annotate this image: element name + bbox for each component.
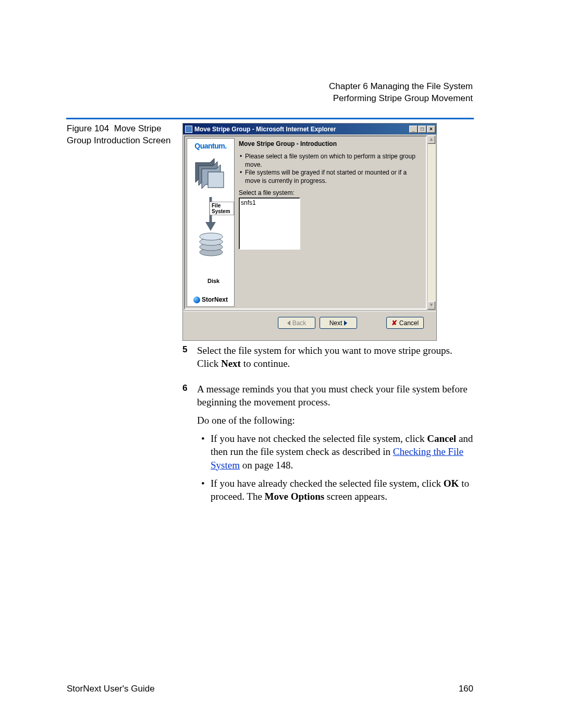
step-6-do: Do one of the following: — [197, 414, 474, 427]
stornext-globe-icon — [193, 297, 200, 303]
quantum-logo: Quantum. — [194, 142, 226, 150]
svg-rect-3 — [208, 172, 224, 188]
back-label: Back — [292, 319, 307, 327]
wizard-content: Quantum. — [184, 135, 427, 310]
svg-marker-5 — [205, 222, 216, 231]
back-button[interactable]: Back — [278, 317, 315, 329]
ie-app-icon — [185, 126, 192, 133]
step-6-option-cancel: If you have not checked the selected fil… — [201, 432, 474, 471]
filesystem-option[interactable]: snfs1 — [241, 199, 298, 206]
wizard-main-panel: Move Stripe Group - Introduction Please … — [237, 138, 424, 307]
svg-point-9 — [200, 233, 223, 240]
filesystem-label: File System — [210, 202, 234, 215]
wizard-sidebar: Quantum. — [187, 138, 235, 307]
ie-window: Move Stripe Group - Microsoft Internet E… — [182, 123, 437, 341]
next-arrow-icon — [344, 320, 347, 326]
step-5-number: 5 — [182, 344, 192, 375]
cancel-label: Cancel — [399, 319, 419, 327]
footer-guide-name: StorNext User's Guide — [67, 684, 155, 694]
body-text: 5 Select the file system for which you w… — [182, 344, 474, 515]
cancel-button[interactable]: ✘ Cancel — [386, 317, 424, 329]
footer-page-number: 160 — [459, 684, 473, 694]
minimize-button[interactable]: _ — [409, 126, 418, 133]
filesystem-listbox[interactable]: snfs1 — [239, 198, 300, 250]
wizard-heading: Move Stripe Group - Introduction — [239, 140, 421, 147]
wizard-button-bar: Back Next ✘ Cancel — [183, 311, 436, 340]
step-6-option-ok: If you have already checked the selected… — [201, 477, 474, 503]
window-titlebar: Move Stripe Group - Microsoft Internet E… — [183, 124, 436, 134]
page-header: Chapter 6 Managing the File System Perfo… — [329, 81, 473, 105]
chapter-line: Chapter 6 Managing the File System — [329, 81, 473, 93]
step-5-text: Select the file system for which you wan… — [197, 344, 474, 370]
step-6-intro: A message reminds you that you must chec… — [197, 382, 474, 409]
step-6-number: 6 — [182, 382, 192, 508]
scrollbar[interactable]: ▲ ▼ — [427, 135, 435, 310]
cancel-x-icon: ✘ — [391, 319, 397, 327]
scroll-up-icon[interactable]: ▲ — [427, 135, 435, 144]
figure-number: Figure 104 — [67, 124, 109, 133]
next-label: Next — [329, 319, 342, 327]
stornext-logo: StorNext — [193, 296, 228, 303]
scroll-down-icon[interactable]: ▼ — [427, 301, 435, 310]
section-line: Performing Stripe Group Movement — [329, 93, 473, 105]
close-button[interactable]: × — [427, 126, 435, 133]
back-arrow-icon — [287, 320, 290, 326]
stornext-text: StorNext — [202, 296, 228, 303]
intro-bullet-2: File systems will be grayed if not start… — [240, 169, 421, 185]
disk-label: Disk — [206, 277, 221, 285]
intro-bullet-1: Please select a file system on which to … — [240, 153, 421, 169]
header-rule — [66, 118, 474, 119]
page-footer: StorNext User's Guide 160 — [67, 684, 473, 694]
select-label: Select a file system: — [239, 189, 421, 196]
window-title: Move Stripe Group - Microsoft Internet E… — [194, 126, 336, 133]
maximize-button[interactable]: □ — [418, 126, 426, 133]
next-button[interactable]: Next — [320, 317, 357, 329]
figure-caption: Figure 104 Move Stripe Group Introductio… — [67, 123, 181, 147]
